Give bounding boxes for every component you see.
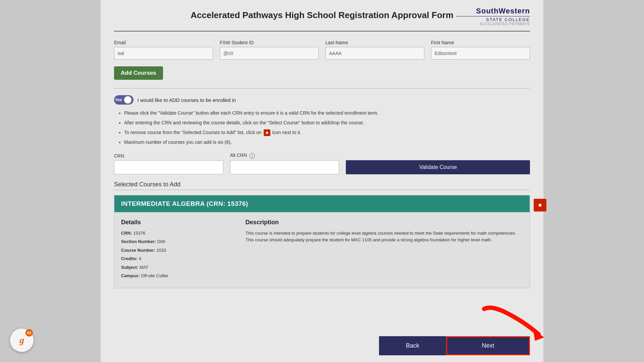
lastname-group: Last Name	[325, 40, 424, 60]
logo: SouthWestern STATE COLLEGE ACCELERATED P…	[456, 7, 530, 26]
toggle-yes-label: Yes	[115, 98, 122, 102]
firstname-input[interactable]	[431, 47, 530, 60]
email-label: Email	[114, 40, 213, 45]
details-title: Details	[121, 219, 232, 226]
selected-courses-header: Selected Courses to Add	[114, 181, 530, 190]
add-courses-button[interactable]: Add Courses	[114, 66, 163, 80]
notification-icon: g	[19, 335, 24, 346]
instructions-list: Please click the "Validate Course" butto…	[114, 110, 530, 146]
course-credits: Credits: 4	[121, 255, 232, 262]
toggle-row: Yes I would like to ADD courses to be en…	[114, 95, 530, 105]
crn-group: CRN	[114, 153, 223, 174]
description-text: This course is intended to prepare stude…	[246, 230, 523, 244]
email-input[interactable]	[114, 47, 213, 60]
logo-line1: SouthWestern	[456, 7, 530, 15]
email-group: Email	[114, 40, 213, 60]
course-number: Course Number: 1033	[121, 247, 232, 254]
page-header: Accelerated Pathways High School Registr…	[114, 7, 530, 32]
toggle-circle	[124, 96, 131, 104]
description-title: Description	[246, 219, 523, 226]
page-title: Accelerated Pathways High School Registr…	[188, 7, 456, 20]
course-campus: Campus: Off-site Collier	[121, 273, 232, 279]
section-divider	[114, 88, 530, 88]
toggle-description: I would like to ADD courses to be enroll…	[138, 97, 236, 103]
instruction-1: Please click the "Validate Course" butto…	[124, 110, 530, 117]
course-subject: Subject: MAT	[121, 264, 232, 271]
fields-row: Email FSW Student ID Last Name First Nam…	[114, 40, 530, 60]
fsw-label: FSW Student ID	[220, 40, 319, 45]
alt-crn-input[interactable]	[230, 160, 339, 174]
firstname-label: First Name	[431, 40, 530, 45]
instruction-4: Maximum number of courses you can add is…	[124, 139, 530, 146]
course-section: Section Number: D06	[121, 238, 232, 245]
alt-crn-label: Alt CRN i	[230, 153, 339, 158]
logo-line2: STATE COLLEGE	[456, 16, 530, 22]
next-button[interactable]: Next	[446, 336, 530, 355]
crn-label: CRN	[114, 153, 223, 159]
course-card-header: INTERMEDIATE ALGEBRA (CRN: 15376)	[114, 195, 530, 212]
instruction-3: To remove course from the "Selected Cour…	[124, 129, 530, 136]
notification-badge[interactable]: g 65	[10, 328, 34, 352]
fsw-group: FSW Student ID	[220, 40, 319, 60]
lastname-input[interactable]	[325, 47, 424, 60]
crn-row: CRN Alt CRN i Validate Course	[114, 153, 530, 174]
firstname-group: First Name	[431, 40, 530, 60]
instruction-2: After entering the CRN and reviewing the…	[124, 119, 530, 126]
crn-input[interactable]	[114, 160, 223, 174]
notification-count: 65	[25, 329, 33, 337]
lastname-label: Last Name	[325, 40, 424, 45]
validate-course-button[interactable]: Validate Course	[346, 160, 530, 174]
course-description: Description This course is intended to p…	[246, 219, 523, 281]
alt-crn-group: Alt CRN i	[230, 153, 339, 174]
logo-line3: ACCELERATED PATHWAYS	[456, 22, 530, 26]
add-courses-toggle[interactable]: Yes	[114, 95, 133, 105]
course-card: INTERMEDIATE ALGEBRA (CRN: 15376) ■ Deta…	[114, 195, 530, 288]
course-crn: CRN: 15376	[121, 230, 232, 237]
fsw-input[interactable]	[220, 47, 319, 60]
back-button[interactable]: Back	[379, 336, 446, 355]
alt-crn-info-icon: i	[250, 153, 255, 159]
remove-icon-inline: ■	[264, 129, 270, 136]
course-details: Details CRN: 15376 Section Number: D06 C…	[121, 219, 232, 281]
delete-course-button[interactable]: ■	[534, 199, 546, 212]
course-card-body: Details CRN: 15376 Section Number: D06 C…	[114, 212, 530, 288]
